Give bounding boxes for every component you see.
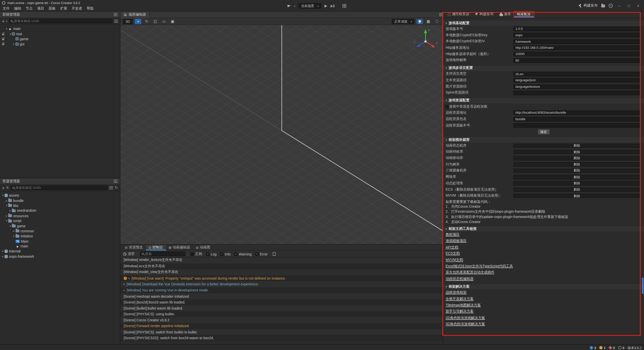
gizmo-space-button[interactable]: ▣ [169,19,176,24]
tree-item-game[interactable]: game [0,36,120,41]
section-header-框架文档工具链接[interactable]: ▾框架文档工具链接 [443,226,644,232]
tree-item-main[interactable]: main [0,244,120,249]
chevron-down-icon[interactable]: ▾ [294,4,295,7]
log-row[interactable]: [Scene] [PHYSICS2D]: switch from box2d-w… [120,335,443,341]
menu-开发者[interactable]: 开发者 [69,6,85,11]
input-本地数据CryptoES加密Key[interactable] [513,33,640,37]
create-asset-button[interactable]: + [2,186,5,190]
input-游戏每秒帧率[interactable] [513,58,640,63]
delete-button[interactable]: 删除 [513,144,640,148]
collapse-arrow-icon[interactable]: ▾ [5,219,8,223]
expand-arrow-icon[interactable]: ▸ [129,277,130,280]
sort-icon[interactable]: ⇅ [6,186,9,190]
menu-文件[interactable]: 文件 [1,6,12,11]
view-mode-select[interactable]: 正常浏览 ▾ [392,19,415,24]
inspector-tab-属性检查器[interactable]: 属性检查器 [445,12,472,17]
tree-item-gui[interactable]: ▸gui [0,41,120,47]
expand-arrow-icon[interactable]: ▸ [12,42,16,46]
console-tab-动画图[interactable]: 动画图 [193,245,213,250]
translate-tool-button[interactable]: + [135,19,141,24]
hierarchy-search[interactable] [9,19,113,23]
create-node-button[interactable]: + [2,19,5,23]
log-row[interactable]: ▸[Window] Download the Vue Devtools exte… [120,281,443,287]
tree-item-root[interactable]: ▾root [0,31,120,36]
input-Spine资源路径[interactable] [513,91,640,95]
log-row[interactable]: [Scene] [PHYSICS]: using builtin. [120,311,443,317]
inspector-tab-服务[interactable]: 服务 [496,12,514,17]
checkbox[interactable]: ✓ [255,252,259,255]
maximize-button[interactable]: □ [626,4,632,8]
lock-icon[interactable] [1,33,5,35]
checkbox[interactable]: ✓ [234,252,237,255]
link-战棋游戏框架[interactable]: 战棋游戏框架 [443,290,644,296]
delete-button[interactable]: 删除 [513,162,640,167]
checkbox[interactable] [191,252,194,255]
input-游戏版本号[interactable] [513,27,640,31]
checkbox[interactable]: ✓ [206,252,210,255]
expand-arrow-icon[interactable]: ▸ [124,289,125,292]
expand-arrow-icon[interactable]: ▸ [1,255,5,258]
filter-Info[interactable]: ✓Info [220,252,230,256]
section-header-游戏基础配置[interactable]: ▾游戏基础配置 [443,21,644,26]
menu-扩展[interactable]: 扩展 [58,6,69,11]
console-tab-控制台[interactable]: 控制台 [146,245,166,250]
menu-节点[interactable]: 节点 [23,6,35,11]
tree-item-initialize[interactable]: ▸initialize [0,234,120,239]
lock-icon[interactable] [1,43,5,45]
tree-item-assets[interactable]: ▾assets [0,193,120,198]
scene-settings-gear-icon[interactable] [434,19,440,24]
console-tab-资源预览[interactable]: 资源预览 [122,245,146,250]
filter-Log[interactable]: ✓Log [206,252,217,256]
preview-target-icon[interactable] [287,4,291,8]
checkbox[interactable]: ✓ [220,252,223,255]
inspector-tab-构建发布[interactable]: 构建发布 [472,12,496,17]
build-publish-button[interactable]: 构建发布 [578,3,598,8]
tree-item-Main[interactable]: TSMain [0,239,120,244]
input-支持语言类型[interactable] [513,72,640,76]
section-header-框架解决方案[interactable]: ▾框架解决方案 [443,284,644,290]
delete-button[interactable]: 删除 [513,150,640,154]
link-MVVM文档[interactable]: MVVM文档 [443,257,644,263]
input-图片资源路径[interactable] [513,84,640,89]
console-tab-动画编辑器[interactable]: 动画编辑器 [166,245,193,250]
link-动画状态机编辑器[interactable]: 动画状态机编辑器 [443,276,644,282]
help-icon[interactable]: ? [609,4,613,8]
minimize-button[interactable]: – [617,4,622,8]
scrollbar-thumb[interactable] [642,278,644,294]
filter-icon[interactable] [114,20,118,22]
section-header-框架模块裁剪[interactable]: ▾框架模块裁剪 [443,137,644,143]
tree-item-game[interactable]: ▾game [0,224,120,229]
rect-tool-button[interactable]: ▭ [161,19,167,24]
assets-search[interactable] [11,186,108,190]
collapse-arrow-icon[interactable]: ▾ [5,27,8,30]
link-Tiledmap地图解决方案[interactable]: Tiledmap地图解决方案 [443,302,644,309]
tree-item-oops-framework[interactable]: ▸oops-framework [0,254,120,259]
collapse-arrow-icon[interactable]: ▾ [9,32,12,35]
expand-arrow-icon[interactable]: ▸ [12,230,16,233]
console-search[interactable] [140,252,185,256]
checkbox[interactable] [446,105,449,108]
layout-grid-icon[interactable] [342,4,346,8]
log-row[interactable]: [Window] render_texture文件夹不存在 [120,257,443,264]
log-row[interactable]: [Scene] Forward render pipeline initiali… [120,323,443,329]
input-Http服务器地址[interactable] [513,46,640,50]
console-info-count[interactable]: i 3 [590,346,596,350]
scene-viewport[interactable]: Y X Z [120,25,443,244]
tree-item-common[interactable]: ▸common [0,229,120,234]
link-原生包热更新配置自动生成插件[interactable]: 原生包热更新配置自动生成插件 [443,270,644,276]
light-toggle-button[interactable] [417,19,423,24]
console-warning-count[interactable]: ! 1 [599,346,606,350]
inspector-tab-框架配置[interactable]: 框架配置 [514,12,534,17]
collapse-arrow-icon[interactable]: ▾ [5,204,8,207]
task-indicator[interactable]: 0 [618,346,624,350]
section-header-游戏资源配置[interactable]: ▾游戏资源配置 [443,98,644,103]
delete-button[interactable]: 删除 [513,156,640,160]
scene-select[interactable]: 当前场景 ▾ [299,3,321,8]
hierarchy-search-input[interactable] [14,19,111,23]
save-button[interactable]: 保存 [538,129,549,135]
filter-Warning[interactable]: ✓Warning [234,252,252,256]
filter-icon[interactable] [109,186,113,189]
tree-item-script[interactable]: ▾script [0,218,120,223]
link-API文档[interactable]: API文档 [443,244,644,251]
panel-menu-icon[interactable] [114,13,117,16]
